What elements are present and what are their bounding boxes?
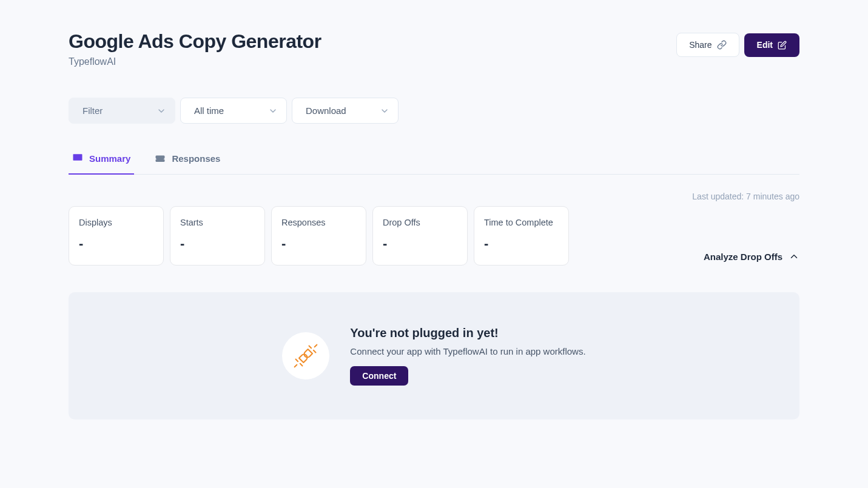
presentation-chart-icon — [72, 153, 83, 164]
stat-value: - — [180, 236, 255, 252]
filter-select-label: Filter — [82, 105, 103, 116]
chevron-down-icon — [380, 106, 389, 116]
stats-row: Displays - Starts - Responses - Drop Off… — [69, 206, 799, 266]
stat-value: - — [281, 236, 356, 252]
plug-icon — [292, 343, 319, 369]
tab-responses-label: Responses — [172, 153, 220, 164]
stat-label: Starts — [180, 218, 255, 227]
stat-card-displays: Displays - — [69, 206, 164, 266]
chevron-down-icon — [156, 106, 166, 116]
share-button-label: Share — [689, 41, 712, 49]
header-actions: Share Edit — [676, 33, 799, 57]
tab-responses[interactable]: Responses — [151, 153, 224, 175]
connect-panel: You're not plugged in yet! Connect your … — [69, 292, 799, 419]
tabs: Summary Responses — [69, 153, 799, 175]
page-title: Google Ads Copy Generator — [69, 30, 321, 53]
inbox-stack-icon — [155, 153, 166, 164]
edit-button-label: Edit — [757, 41, 773, 49]
connect-title: You're not plugged in yet! — [350, 326, 585, 340]
download-select[interactable]: Download — [292, 98, 399, 124]
connect-button-label: Connect — [362, 371, 396, 381]
stat-value: - — [79, 236, 153, 252]
chevron-down-icon — [268, 106, 278, 116]
header-row: Google Ads Copy Generator TypeflowAI Sha… — [69, 30, 799, 67]
tab-summary[interactable]: Summary — [69, 153, 134, 175]
stat-card-dropoffs: Drop Offs - — [372, 206, 468, 266]
analyze-dropoffs-toggle[interactable]: Analyze Drop Offs — [704, 251, 799, 262]
stat-label: Time to Complete — [484, 218, 559, 227]
stat-card-time-complete: Time to Complete - — [474, 206, 569, 266]
share-button[interactable]: Share — [676, 33, 739, 57]
stat-label: Responses — [281, 218, 356, 227]
link-icon — [717, 40, 727, 50]
filter-select[interactable]: Filter — [69, 98, 175, 124]
stats-section: Last updated: 7 minutes ago Displays - S… — [69, 192, 799, 266]
edit-icon — [778, 41, 787, 50]
stat-label: Displays — [79, 218, 153, 227]
edit-button[interactable]: Edit — [744, 33, 799, 57]
stat-card-responses: Responses - — [271, 206, 366, 266]
time-select-label: All time — [194, 105, 224, 116]
filters-row: Filter All time Download — [69, 98, 799, 124]
stat-value: - — [383, 236, 457, 252]
connect-button[interactable]: Connect — [350, 366, 408, 386]
title-block: Google Ads Copy Generator TypeflowAI — [69, 30, 321, 67]
stat-label: Drop Offs — [383, 218, 457, 227]
chevron-up-icon — [789, 251, 799, 262]
stat-value: - — [484, 236, 559, 252]
connect-text: You're not plugged in yet! Connect your … — [350, 326, 585, 386]
analyze-column: Analyze Drop Offs — [575, 206, 799, 266]
connect-description: Connect your app with TypeflowAI to run … — [350, 346, 585, 356]
last-updated: Last updated: 7 minutes ago — [69, 192, 799, 201]
analyze-dropoffs-label: Analyze Drop Offs — [704, 252, 782, 262]
stat-card-starts: Starts - — [170, 206, 265, 266]
plug-icon-circle — [282, 332, 329, 379]
download-select-label: Download — [306, 105, 346, 116]
tab-summary-label: Summary — [89, 153, 130, 164]
page-subtitle: TypeflowAI — [69, 56, 321, 67]
time-select[interactable]: All time — [180, 98, 287, 124]
